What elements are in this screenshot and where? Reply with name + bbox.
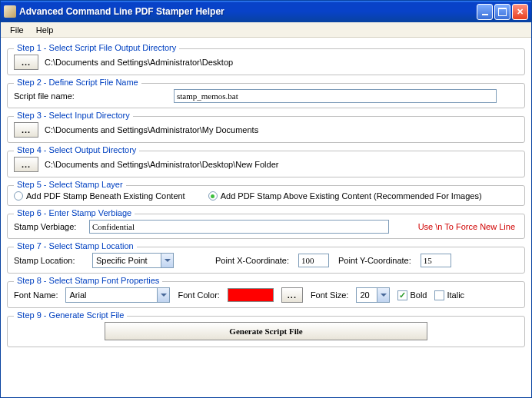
fontsize-value: 20 [356, 287, 377, 303]
step1-legend: Step 1 - Select Script File Output Direc… [14, 43, 179, 52]
browse-output-dir-button[interactable]: ... [14, 55, 38, 70]
step3: Step 3 - Select Input Directory ... C:\D… [7, 116, 525, 143]
stamp-beneath-label: Add PDF Stamp Beneath Existing Content [26, 191, 185, 201]
menubar: File Help [1, 22, 531, 38]
step2-legend: Step 2 - Define Script File Name [14, 78, 141, 87]
output-dir-path: C:\Documents and Settings\Administrator\… [45, 58, 233, 67]
radio-icon [14, 191, 23, 201]
stamp-beneath-radio[interactable]: Add PDF Stamp Beneath Existing Content [14, 191, 185, 201]
location-dropdown-value: Specific Point [92, 253, 161, 268]
verbiage-label: Stamp Verbiage: [14, 222, 83, 231]
fontsize-dropdown[interactable]: 20 [356, 287, 390, 303]
close-button[interactable] [512, 4, 528, 20]
x-coord-label: Point X-Coordinate: [215, 256, 289, 265]
fontcolor-label: Font Color: [178, 290, 219, 300]
step4: Step 4 - Select Output Directory ... C:\… [7, 151, 525, 177]
font-color-swatch [228, 288, 274, 302]
step6: Step 6 - Enter Stamp Verbiage Stamp Verb… [7, 214, 525, 239]
browse-output-dir2-button[interactable]: ... [14, 157, 38, 172]
y-coord-label: Point Y-Coordinate: [338, 256, 411, 265]
italic-checkbox[interactable]: Italic [434, 290, 464, 300]
fontsize-label: Font Size: [311, 290, 349, 300]
menu-file[interactable]: File [4, 24, 30, 36]
menu-help[interactable]: Help [30, 24, 60, 36]
verbiage-input[interactable] [89, 220, 389, 234]
y-coord-input[interactable] [421, 254, 451, 267]
chevron-down-icon [377, 287, 390, 303]
step3-legend: Step 3 - Select Input Directory [14, 111, 133, 120]
window-title: Advanced Command Line PDF Stamper Helper [19, 6, 477, 17]
step7: Step 7 - Select Stamp Location Stamp Loc… [7, 247, 525, 274]
step8-legend: Step 8 - Select Stamp Font Properties [14, 276, 162, 285]
step2: Step 2 - Define Script File Name Script … [7, 83, 525, 108]
checkbox-icon [434, 290, 444, 300]
output-dir2-path: C:\Documents and Settings\Administrator\… [45, 160, 278, 169]
x-coord-input[interactable] [298, 254, 329, 267]
step4-legend: Step 4 - Select Output Directory [14, 145, 139, 154]
chevron-down-icon [161, 253, 174, 268]
script-filename-input[interactable] [174, 89, 497, 103]
stamp-above-label: Add PDF Stamp Above Existing Content (Re… [221, 191, 482, 201]
generate-script-button[interactable]: Generate Script File [105, 322, 427, 340]
step9: Step 9 - Generate Script File Generate S… [7, 316, 525, 347]
bold-label: Bold [410, 290, 427, 300]
fontname-label: Font Name: [14, 290, 58, 300]
step5: Step 5 - Select Stamp Layer Add PDF Stam… [7, 185, 525, 206]
location-dropdown[interactable]: Specific Point [92, 253, 174, 268]
fontname-value: Arial [65, 287, 158, 303]
input-dir-path: C:\Documents and Settings\Administrator\… [45, 125, 258, 134]
step8: Step 8 - Select Stamp Font Properties Fo… [7, 281, 525, 308]
fontname-dropdown[interactable]: Arial [65, 287, 170, 303]
step6-legend: Step 6 - Enter Stamp Verbiage [14, 208, 135, 217]
location-label: Stamp Location: [14, 256, 83, 265]
titlebar: Advanced Command Line PDF Stamper Helper [1, 1, 531, 22]
checkbox-icon [397, 290, 407, 300]
app-icon [4, 5, 16, 18]
stamp-above-radio[interactable]: Add PDF Stamp Above Existing Content (Re… [208, 191, 482, 201]
radio-icon [208, 191, 218, 201]
script-filename-label: Script file name: [14, 91, 168, 101]
browse-input-dir-button[interactable]: ... [14, 122, 38, 138]
minimize-button[interactable] [477, 4, 493, 20]
bold-checkbox[interactable]: Bold [397, 290, 427, 300]
app-window: Advanced Command Line PDF Stamper Helper… [0, 0, 532, 398]
step7-legend: Step 7 - Select Stamp Location [14, 241, 137, 250]
italic-label: Italic [447, 290, 464, 300]
content-area: Step 1 - Select Script File Output Direc… [1, 38, 531, 397]
chevron-down-icon [158, 287, 170, 303]
verbiage-hint: Use \n To Force New Line [418, 222, 515, 231]
step5-legend: Step 5 - Select Stamp Layer [14, 180, 126, 189]
color-picker-button[interactable]: ... [281, 287, 303, 303]
maximize-button[interactable] [494, 4, 510, 20]
step1: Step 1 - Select Script File Output Direc… [7, 48, 525, 75]
step9-legend: Step 9 - Generate Script File [14, 310, 127, 320]
